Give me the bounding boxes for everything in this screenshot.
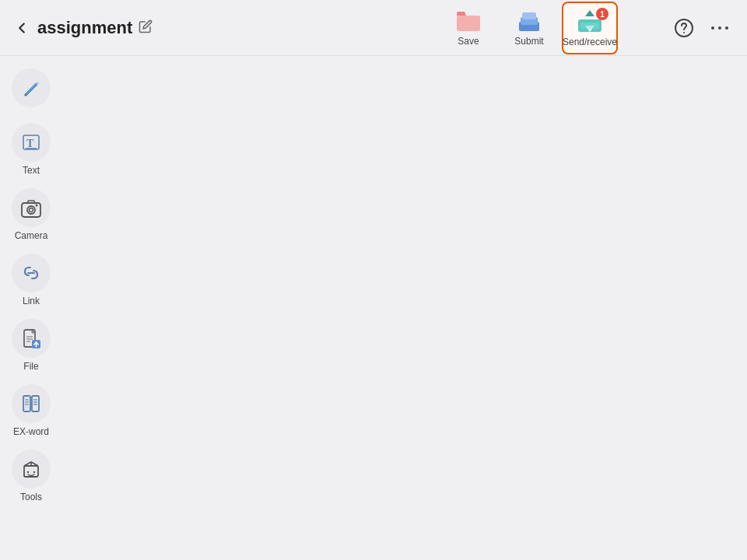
sidebar-item-camera[interactable]: Camera [6, 184, 56, 246]
sidebar-item-text[interactable]: T Text [6, 118, 56, 180]
svg-rect-30 [32, 396, 39, 411]
svg-rect-4 [522, 12, 536, 19]
svg-point-20 [30, 208, 33, 212]
file-icon [20, 327, 42, 349]
sidebar-item-link[interactable]: Link [6, 249, 56, 311]
exword-icon-container [12, 384, 51, 423]
pen-icon [20, 77, 42, 99]
text-label: Text [23, 165, 40, 176]
left-sidebar: T Text Camera Link [0, 56, 62, 560]
top-right-icons [669, 0, 747, 56]
help-button[interactable] [669, 13, 699, 43]
file-label: File [23, 361, 38, 372]
camera-icon [20, 197, 42, 219]
submit-icon [516, 9, 542, 33]
submit-label: Submit [514, 36, 543, 47]
back-button[interactable] [9, 16, 34, 40]
svg-point-12 [718, 26, 721, 30]
edit-icon[interactable] [139, 19, 153, 37]
link-icon [20, 262, 42, 284]
sidebar-item-tools[interactable]: Tools [6, 445, 56, 507]
help-icon [674, 18, 694, 38]
sendreceive-button[interactable]: 1 Send/receive [562, 2, 618, 54]
camera-label: Camera [15, 230, 48, 241]
svg-point-13 [725, 26, 728, 30]
link-icon-container [12, 254, 51, 292]
main-canvas [62, 56, 747, 560]
svg-point-42 [27, 471, 29, 473]
sidebar-item-exword[interactable]: EX-word [6, 380, 56, 442]
svg-rect-1 [457, 16, 480, 31]
save-label: Save [458, 36, 479, 47]
toolbar-group: Save Submit 1 Send/receive [374, 0, 685, 56]
title-area: assignment [37, 18, 153, 38]
pen-icon-container [12, 68, 51, 107]
sendreceive-badge: 1 [596, 8, 608, 20]
more-button[interactable] [705, 13, 735, 43]
exword-label: EX-word [13, 426, 49, 437]
sidebar-item-file[interactable]: File [6, 314, 56, 376]
link-label: Link [23, 296, 40, 306]
exword-icon [20, 393, 42, 415]
more-icon [710, 18, 730, 38]
sendreceive-label: Send/receive [563, 37, 617, 47]
svg-rect-8 [580, 23, 599, 29]
svg-point-10 [683, 32, 685, 33]
svg-point-43 [33, 471, 35, 473]
svg-point-21 [36, 205, 38, 207]
tools-icon [20, 458, 42, 480]
text-icon-container: T [12, 123, 51, 162]
page-title: assignment [37, 18, 132, 38]
svg-marker-6 [585, 10, 594, 16]
submit-button[interactable]: Submit [501, 2, 557, 54]
save-button[interactable]: Save [440, 2, 496, 54]
tools-icon-container [12, 450, 51, 488]
svg-text:T: T [26, 138, 34, 149]
tools-label: Tools [20, 492, 42, 502]
file-icon-container [12, 319, 51, 358]
text-icon: T [20, 131, 42, 153]
camera-icon-container [12, 188, 51, 227]
save-icon [455, 9, 482, 33]
sidebar-item-pen[interactable] [6, 64, 56, 115]
svg-point-11 [711, 26, 714, 30]
svg-point-19 [27, 206, 35, 214]
